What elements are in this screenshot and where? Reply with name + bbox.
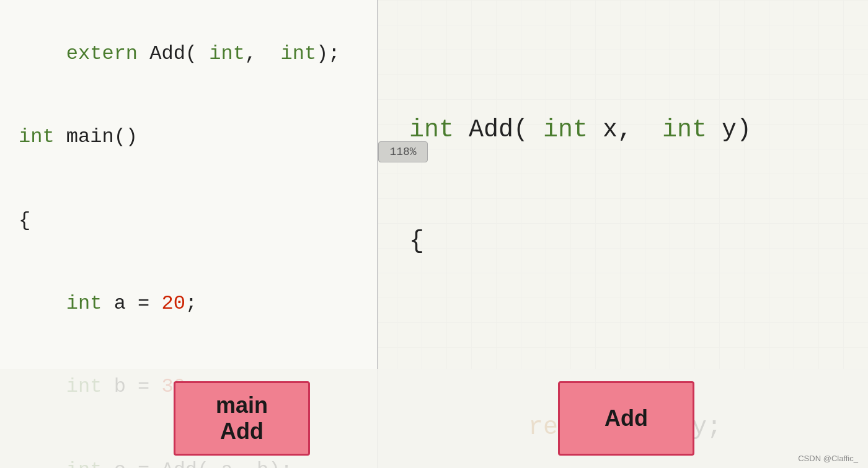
kw-int-1: int	[209, 42, 245, 65]
boxes-area: main Add Add	[0, 369, 868, 468]
kw-int-x: int	[543, 116, 588, 144]
kw-int-2: int	[280, 42, 316, 65]
add-function-box[interactable]: Add	[558, 381, 694, 456]
add-box-label: Add	[604, 405, 648, 431]
kw-int-y: int	[662, 116, 707, 144]
main-box-line2: Add	[220, 418, 264, 444]
val-20: 20	[161, 292, 185, 315]
zoom-label: 118%	[389, 146, 416, 158]
main-box-line1: main	[216, 392, 268, 418]
watermark: CSDN @Claffic_	[798, 454, 858, 463]
main-function-box[interactable]: main Add	[174, 381, 310, 456]
kw-extern: extern	[66, 42, 138, 65]
zoom-badge: 118%	[378, 141, 428, 162]
kw-int-main: int	[19, 125, 55, 148]
kw-int-add-ret: int	[409, 116, 454, 144]
kw-int-a: int	[66, 292, 102, 315]
